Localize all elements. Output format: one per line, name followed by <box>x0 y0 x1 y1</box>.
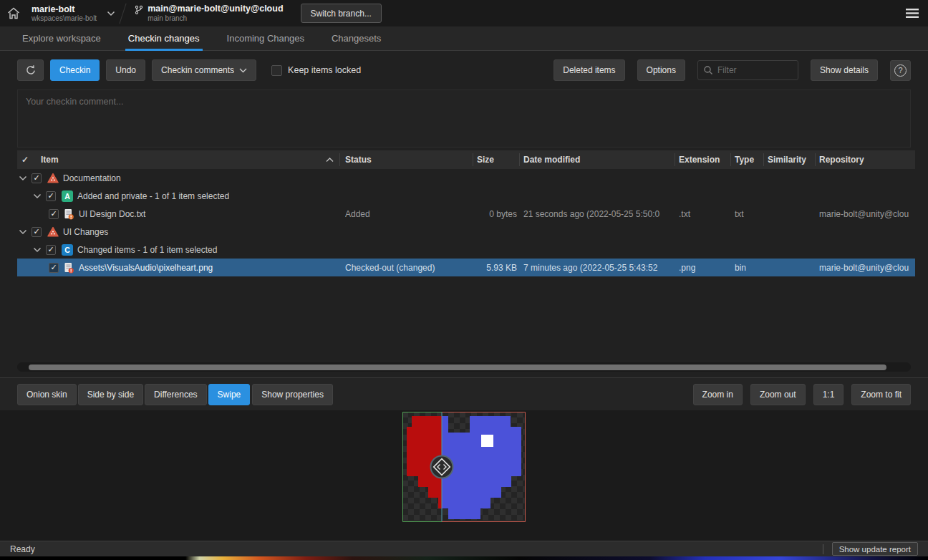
home-icon <box>7 7 20 19</box>
checkin-toolbar: Checkin Undo Checkin comments Keep items… <box>0 51 928 90</box>
column-header-extension[interactable]: Extension <box>679 150 720 169</box>
show-details-button[interactable]: Show details <box>811 59 878 81</box>
toolbar-right-group: Deleted items Options Show details ? <box>554 59 911 81</box>
onion-skin-button[interactable]: Onion skin <box>17 384 77 405</box>
help-icon: ? <box>894 64 907 77</box>
column-header-type[interactable]: Type <box>735 150 754 169</box>
column-header-status[interactable]: Status <box>345 150 372 169</box>
tab-changesets[interactable]: Changesets <box>329 26 384 50</box>
side-by-side-button[interactable]: Side by side <box>78 384 143 405</box>
show-properties-button[interactable]: Show properties <box>252 384 333 405</box>
swipe-handle[interactable] <box>431 456 453 478</box>
column-header-size[interactable]: Size <box>477 150 494 169</box>
column-header-date-modified[interactable]: Date modified <box>523 150 580 169</box>
file-name: UI Design Doc.txt <box>79 209 145 219</box>
tab-incoming-changes[interactable]: Incoming Changes <box>224 26 307 50</box>
one-to-one-button[interactable]: 1:1 <box>813 384 844 405</box>
refresh-icon <box>25 64 37 76</box>
collapse-chevron-icon[interactable] <box>33 247 42 253</box>
desktop-taskbar-strip <box>0 556 928 560</box>
table-row[interactable]: ✓ A Added and private - 1 of 1 item sele… <box>17 187 915 205</box>
diff-toolbar: Onion skin Side by side Differences Swip… <box>0 377 928 410</box>
table-row-selected[interactable]: ✓ Assets\VisualsAudio\pixelheart.png Che… <box>17 259 915 276</box>
hamburger-icon <box>906 9 919 18</box>
column-header-similarity[interactable]: Similarity <box>768 150 806 169</box>
cell-type: bin <box>735 263 765 273</box>
sort-ascending-icon[interactable] <box>326 150 334 169</box>
column-divider <box>730 153 731 166</box>
deleted-items-button[interactable]: Deleted items <box>554 59 624 81</box>
zoom-out-button[interactable]: Zoom out <box>750 384 806 405</box>
refresh-button[interactable] <box>17 59 44 81</box>
collapse-chevron-icon[interactable] <box>19 229 27 235</box>
checkin-comment-input[interactable] <box>18 90 910 147</box>
zoom-in-button[interactable]: Zoom in <box>693 384 743 405</box>
header-check-icon[interactable]: ✓ <box>21 150 29 169</box>
help-button[interactable]: ? <box>890 60 911 81</box>
statusbar-right-group: Show update report <box>823 542 918 556</box>
row-checkbox[interactable]: ✓ <box>49 263 59 273</box>
row-checkbox[interactable]: ✓ <box>32 173 42 183</box>
options-button[interactable]: Options <box>637 59 685 81</box>
tab-explore-workspace[interactable]: Explore workspace <box>19 26 104 50</box>
row-checkbox[interactable]: ✓ <box>32 227 42 237</box>
filter-input[interactable] <box>717 65 793 75</box>
category-label: Documentation <box>63 173 121 183</box>
differences-button[interactable]: Differences <box>145 384 206 405</box>
cell-date-modified: 21 seconds ago (2022-05-25 5:50:0 <box>523 209 677 219</box>
switch-branch-button[interactable]: Switch branch... <box>301 4 382 23</box>
image-diff-preview <box>0 410 928 541</box>
branch-icon <box>135 5 143 15</box>
column-divider <box>339 153 340 166</box>
checkin-comment-area <box>17 90 911 148</box>
status-bar: Ready Show update report <box>0 541 928 556</box>
main-menu-button[interactable] <box>896 0 928 26</box>
swipe-button[interactable]: Swipe <box>208 384 251 405</box>
cell-extension: .png <box>679 263 730 273</box>
cell-repository: marie-bolt@unity@clou <box>819 263 915 273</box>
row-checkbox[interactable]: ✓ <box>46 191 56 201</box>
checkin-button[interactable]: Checkin <box>50 59 100 81</box>
table-row[interactable]: ✓ C Changed items - 1 of 1 item selected <box>17 241 915 259</box>
added-badge-icon: A <box>62 190 73 202</box>
cell-date-modified: 7 minutes ago (2022-05-25 5:43:52 <box>523 263 677 273</box>
checkin-comments-label: Checkin comments <box>161 65 234 75</box>
column-divider <box>519 153 520 166</box>
branch-name: main@marie-bolt@unity@cloud <box>148 4 283 14</box>
category-label: UI Changes <box>63 227 108 237</box>
workspace-selector[interactable]: marie-bolt wkspaces\marie-bolt <box>32 4 97 23</box>
table-row[interactable]: ✓ Documentation <box>17 169 915 187</box>
table-row[interactable]: ✓ UI Design Doc.txt Added 0 bytes 21 sec… <box>17 205 915 223</box>
tab-checkin-changes[interactable]: Checkin changes <box>125 26 203 50</box>
home-button[interactable] <box>0 0 27 26</box>
column-header-item[interactable]: Item <box>41 150 59 169</box>
checkin-comments-dropdown[interactable]: Checkin comments <box>152 59 256 81</box>
keep-items-locked-checkbox[interactable] <box>271 65 282 76</box>
cell-size: 0 bytes <box>460 209 517 219</box>
zoom-to-fit-button[interactable]: Zoom to fit <box>851 384 911 405</box>
swipe-diff-canvas[interactable] <box>402 412 526 522</box>
row-checkbox[interactable]: ✓ <box>49 209 59 219</box>
cell-extension: .txt <box>679 209 730 219</box>
keep-items-locked-option: Keep items locked <box>271 65 361 76</box>
cell-status: Added <box>345 209 470 219</box>
column-header-repository[interactable]: Repository <box>819 150 864 169</box>
topbar-divider <box>120 3 127 24</box>
table-row[interactable]: ✓ UI Changes <box>17 223 915 241</box>
group-label: Added and private - 1 of 1 item selected <box>77 191 229 201</box>
branch-info[interactable]: main@marie-bolt@unity@cloud main branch <box>135 4 283 23</box>
show-update-report-button[interactable]: Show update report <box>832 542 918 556</box>
text-file-icon <box>63 208 74 220</box>
warning-triangle-icon <box>47 173 59 183</box>
column-divider <box>763 153 764 166</box>
cell-repository: marie-bolt@unity@clou <box>819 209 915 219</box>
branch-label: main branch <box>148 14 283 23</box>
collapse-chevron-icon[interactable] <box>33 193 42 199</box>
undo-button[interactable]: Undo <box>106 59 145 81</box>
workspace-path: wkspaces\marie-bolt <box>32 14 97 23</box>
horizontal-scrollbar[interactable] <box>17 362 911 372</box>
collapse-chevron-icon[interactable] <box>19 175 27 181</box>
row-checkbox[interactable]: ✓ <box>46 245 56 255</box>
workspace-dropdown-button[interactable] <box>107 11 115 16</box>
horizontal-scrollbar-thumb[interactable] <box>29 365 886 370</box>
